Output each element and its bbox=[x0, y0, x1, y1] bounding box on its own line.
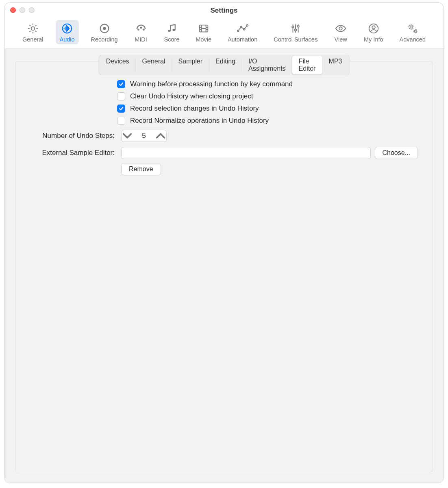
toolbar-tab-label: Audio bbox=[60, 36, 75, 43]
minimize-window-button[interactable] bbox=[20, 7, 25, 13]
toolbar-tab-label: Score bbox=[164, 36, 179, 43]
toolbar-tab-label: General bbox=[22, 36, 43, 43]
external-editor-input[interactable] bbox=[121, 147, 371, 159]
toolbar-tab-general[interactable]: General bbox=[18, 20, 48, 44]
checkbox-label: Record Normalize operations in Undo Hist… bbox=[130, 117, 269, 125]
toolbar-tab-advanced[interactable]: Advanced bbox=[395, 20, 430, 44]
remove-external-editor-button[interactable]: Remove bbox=[121, 163, 161, 175]
toolbar-tab-label: Movie bbox=[196, 36, 211, 43]
midi-icon bbox=[135, 22, 147, 35]
svg-point-4 bbox=[138, 29, 139, 30]
gears-icon bbox=[407, 22, 419, 35]
record-icon bbox=[98, 22, 111, 35]
svg-point-19 bbox=[372, 26, 375, 29]
file-editor-form: Warning before processing function by ke… bbox=[15, 61, 433, 175]
titlebar: Settings bbox=[4, 3, 444, 18]
toolbar-tab-control-surfaces[interactable]: Control Surfaces bbox=[270, 20, 322, 44]
toolbar-tab-my-info[interactable]: My Info bbox=[360, 20, 387, 44]
subtab-general[interactable]: General bbox=[136, 56, 172, 74]
subtab-file-editor[interactable]: File Editor bbox=[292, 56, 322, 74]
svg-point-3 bbox=[103, 27, 106, 30]
undo-steps-label: Number of Undo Steps: bbox=[30, 132, 117, 140]
waveform-icon bbox=[61, 22, 73, 35]
svg-point-10 bbox=[237, 30, 239, 32]
subtab-io-assignments[interactable]: I/O Assignments bbox=[242, 56, 292, 74]
svg-point-15 bbox=[295, 29, 297, 31]
checkbox-clear-undo-close[interactable] bbox=[117, 92, 125, 100]
toolbar-tab-automation[interactable]: Automation bbox=[224, 20, 261, 44]
stepper-increment[interactable] bbox=[155, 130, 166, 142]
undo-steps-value: 5 bbox=[133, 132, 155, 140]
svg-point-0 bbox=[31, 27, 35, 30]
person-icon bbox=[368, 22, 380, 35]
checkbox-row-warn-key-command: Warning before processing function by ke… bbox=[30, 80, 418, 88]
checkbox-row-record-normalize: Record Normalize operations in Undo Hist… bbox=[30, 117, 418, 125]
toolbar-tab-label: Advanced bbox=[399, 36, 426, 43]
checkbox-warn-key-command[interactable] bbox=[117, 80, 125, 88]
checkbox-label: Record selection changes in Undo History bbox=[130, 105, 259, 113]
toolbar-tab-label: View bbox=[335, 36, 347, 43]
svg-point-21 bbox=[414, 30, 416, 32]
subtab-devices[interactable]: Devices bbox=[100, 56, 136, 74]
checkbox-record-selection[interactable] bbox=[117, 105, 125, 113]
svg-point-11 bbox=[240, 26, 242, 28]
settings-window: Settings GeneralAudioRecordingMIDIScoreM… bbox=[4, 2, 444, 483]
external-editor-row: External Sample Editor: Choose... bbox=[30, 147, 418, 159]
content-area: DevicesGeneralSamplerEditingI/O Assignme… bbox=[4, 49, 444, 483]
svg-point-14 bbox=[292, 26, 294, 28]
audio-subtabs: DevicesGeneralSamplerEditingI/O Assignme… bbox=[99, 55, 350, 75]
svg-point-17 bbox=[339, 27, 342, 30]
checkbox-label: Clear Undo History when closing project bbox=[130, 92, 253, 100]
window-title: Settings bbox=[4, 7, 444, 15]
preferences-toolbar: GeneralAudioRecordingMIDIScoreMovieAutom… bbox=[4, 18, 444, 49]
film-icon bbox=[198, 22, 210, 35]
checkbox-row-record-selection: Record selection changes in Undo History bbox=[30, 105, 418, 113]
svg-point-20 bbox=[410, 26, 412, 28]
svg-point-6 bbox=[143, 29, 144, 30]
toolbar-tab-label: MIDI bbox=[135, 36, 147, 43]
toolbar-tab-score[interactable]: Score bbox=[160, 20, 183, 44]
toolbar-tab-movie[interactable]: Movie bbox=[191, 20, 215, 44]
toolbar-tab-midi[interactable]: MIDI bbox=[130, 20, 152, 44]
svg-point-16 bbox=[297, 25, 299, 27]
toolbar-tab-label: My Info bbox=[364, 36, 383, 43]
eye-icon bbox=[335, 22, 347, 35]
choose-external-editor-button[interactable]: Choose... bbox=[375, 147, 418, 159]
undo-steps-stepper[interactable]: 5 bbox=[121, 130, 167, 142]
gear-icon bbox=[27, 22, 39, 35]
toolbar-tab-label: Control Surfaces bbox=[274, 36, 318, 43]
undo-steps-row: Number of Undo Steps: 5 bbox=[30, 130, 418, 142]
toolbar-tab-label: Automation bbox=[228, 36, 257, 43]
toolbar-tab-recording[interactable]: Recording bbox=[87, 20, 122, 44]
automation-icon bbox=[237, 22, 249, 35]
toolbar-tab-view[interactable]: View bbox=[330, 20, 352, 44]
external-editor-label: External Sample Editor: bbox=[30, 149, 117, 157]
checkbox-record-normalize[interactable] bbox=[117, 117, 125, 125]
toolbar-tab-label: Recording bbox=[91, 36, 118, 43]
score-icon bbox=[165, 22, 178, 35]
stepper-decrement[interactable] bbox=[122, 130, 133, 142]
checkbox-label: Warning before processing function by ke… bbox=[130, 80, 293, 88]
svg-point-12 bbox=[243, 28, 245, 30]
subtab-editing[interactable]: Editing bbox=[209, 56, 242, 74]
sliders-icon bbox=[289, 22, 302, 35]
toolbar-tab-audio[interactable]: Audio bbox=[56, 20, 79, 44]
checkbox-row-clear-undo-close: Clear Undo History when closing project bbox=[30, 92, 418, 100]
svg-point-5 bbox=[140, 27, 141, 28]
maximize-window-button[interactable] bbox=[29, 7, 35, 13]
traffic-lights bbox=[10, 7, 35, 13]
audio-file-editor-panel: DevicesGeneralSamplerEditingI/O Assignme… bbox=[15, 61, 433, 472]
svg-point-13 bbox=[246, 25, 248, 26]
subtab-mp3[interactable]: MP3 bbox=[322, 56, 348, 74]
close-window-button[interactable] bbox=[10, 7, 16, 13]
subtab-sampler[interactable]: Sampler bbox=[172, 56, 209, 74]
